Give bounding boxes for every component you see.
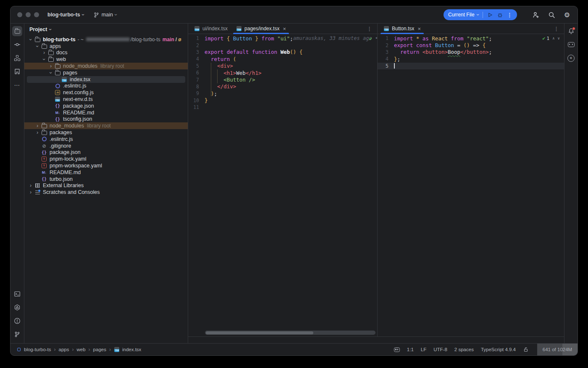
chevron-down-icon[interactable]: ›	[48, 70, 53, 76]
breadcrumb-item[interactable]: blog-turbo-ts	[16, 347, 51, 353]
line-number[interactable]: 1	[188, 35, 199, 41]
chevron-right-icon[interactable]: ›	[34, 123, 40, 128]
breadcrumb-item[interactable]: web	[77, 347, 86, 352]
tree-item[interactable]: pnpm-lock.yaml	[24, 156, 188, 162]
code-line[interactable]: 6 <h1>Web</h1>	[188, 69, 377, 76]
project-tool-button[interactable]	[12, 26, 22, 36]
window-zoom-button[interactable]	[34, 12, 39, 17]
notifications-button[interactable]	[566, 26, 576, 36]
tree-item[interactable]: {}tsconfig.json	[24, 116, 188, 123]
tree-item[interactable]: pnpm-workspace.yaml	[24, 162, 188, 169]
structure-tool-button[interactable]	[12, 53, 22, 63]
line-number[interactable]: 8	[188, 84, 199, 90]
code-line[interactable]: 5 <div>	[188, 63, 377, 69]
tree-item[interactable]: ›node_moduleslibrary root	[24, 63, 188, 69]
window-minimize-button[interactable]	[26, 12, 31, 17]
line-number[interactable]: 4	[188, 56, 199, 62]
settings-gear-icon[interactable]: ⚙	[564, 11, 570, 19]
status-item[interactable]: TypeScript 4.9.4	[481, 347, 516, 352]
project-selector[interactable]: blog-turbo-ts	[47, 12, 84, 18]
more-tool-windows-button[interactable]: ⋯	[12, 80, 22, 90]
ai-assistant-button[interactable]	[566, 40, 576, 50]
tree-item[interactable]: ›blog-turbo-ts- ~/blog-turbo-tsmain/ø	[24, 36, 188, 43]
line-number[interactable]: 2	[188, 42, 199, 48]
problems-tool-button[interactable]	[12, 316, 22, 326]
version-control-tool-button[interactable]	[12, 329, 22, 339]
tree-item[interactable]: {}turbo.json	[24, 176, 188, 183]
status-item[interactable]: LF	[421, 347, 426, 352]
plugin-button[interactable]: ×	[566, 53, 576, 63]
tree-item[interactable]: ›web	[24, 56, 188, 63]
line-number[interactable]: 10	[188, 98, 199, 103]
tree-item[interactable]: ›pages	[24, 69, 188, 76]
code-line[interactable]: 1import * as React from "react";	[378, 35, 564, 42]
run-button[interactable]	[487, 12, 493, 18]
tree-item[interactable]: next.config.js	[24, 89, 188, 96]
run-configuration-selector[interactable]: Current File	[448, 12, 479, 18]
line-number[interactable]: 3	[378, 49, 388, 55]
line-number[interactable]: 3	[188, 49, 199, 55]
code-line[interactable]: 7 <Button />	[188, 76, 377, 83]
code-line[interactable]: 3export default function Web() {	[188, 49, 377, 56]
code-editor-right[interactable]: ✔ 1 ∧ ∨ 1import * as React from "react";…	[378, 34, 564, 336]
line-number[interactable]: 9	[188, 90, 199, 96]
chevron-right-icon[interactable]: ›	[28, 183, 34, 188]
code-line[interactable]: 1import { Button } from "ui";amurauskas,…	[188, 35, 377, 42]
chevron-down-icon[interactable]: ›	[35, 43, 40, 49]
tree-item[interactable]: {}package.json	[24, 103, 188, 109]
unlock-icon[interactable]	[523, 347, 529, 352]
line-number[interactable]: 11	[188, 104, 199, 110]
services-tool-button[interactable]	[12, 302, 22, 312]
line-number[interactable]: 4	[378, 56, 388, 62]
breadcrumb-item[interactable]: index.tsx	[114, 347, 141, 353]
line-number[interactable]: 7	[188, 77, 199, 83]
tree-item[interactable]: M↓README.md	[24, 169, 188, 176]
search-icon[interactable]	[548, 11, 555, 19]
code-line[interactable]: 3 return <button>Boop</button>;	[378, 49, 564, 56]
close-tab-icon[interactable]: ×	[283, 26, 286, 32]
debug-button[interactable]	[497, 12, 503, 18]
tree-item[interactable]: ›node_moduleslibrary root	[24, 122, 188, 129]
chevron-right-icon[interactable]: ›	[28, 190, 34, 195]
tree-item[interactable]: {}package.json	[24, 149, 188, 156]
scrollbar-thumb[interactable]	[206, 331, 313, 334]
code-line[interactable]: 5	[378, 63, 564, 69]
tree-item[interactable]: .eslintrc.js	[24, 83, 188, 90]
status-item[interactable]: 2 spaces	[454, 347, 474, 352]
more-run-options-button[interactable]: ⋮	[507, 12, 512, 18]
tree-item[interactable]: ›Scratches and Consoles	[24, 189, 188, 196]
prev-problem-icon[interactable]: ∧	[552, 36, 554, 40]
code-line[interactable]: 9 );	[188, 90, 377, 97]
code-line[interactable]: 2export const Button = () => {	[378, 42, 564, 48]
breadcrumb-item[interactable]: pages	[93, 347, 106, 352]
editor-tab[interactable]: pages/index.tsx×	[232, 24, 290, 34]
project-panel-header[interactable]: Project	[24, 24, 188, 35]
breadcrumb-item[interactable]: apps	[59, 347, 69, 352]
branch-selector[interactable]: main	[93, 12, 117, 18]
line-number[interactable]: 2	[378, 42, 388, 48]
add-user-icon[interactable]	[532, 11, 539, 19]
code-line[interactable]: 11	[188, 104, 377, 111]
tree-item[interactable]: M↓README.md	[24, 109, 188, 116]
chevron-right-icon[interactable]: ›	[48, 64, 54, 69]
status-item[interactable]: UTF-8	[433, 347, 447, 352]
tree-item[interactable]: next-env.d.ts	[24, 96, 188, 103]
chevron-down-icon[interactable]: ›	[42, 56, 47, 62]
terminal-tool-button[interactable]	[12, 289, 22, 299]
code-line[interactable]: 2	[188, 42, 377, 48]
bookmarks-tool-button[interactable]	[12, 66, 22, 77]
tree-item[interactable]: index.tsx	[24, 76, 188, 83]
line-number[interactable]: 5	[188, 63, 199, 69]
code-line[interactable]: 4};	[378, 56, 564, 62]
chevron-down-icon[interactable]: ›	[28, 37, 33, 42]
code-line[interactable]: 4 return (	[188, 56, 377, 62]
line-number[interactable]: 6	[188, 70, 199, 76]
tree-item[interactable]: ›packages	[24, 129, 188, 136]
code-editor-left[interactable]: ✔ 1import { Button } from "ui";amurauska…	[188, 34, 377, 336]
editor-tab[interactable]: Button.tsx×	[379, 24, 425, 34]
inspections-ok-icon[interactable]: ✔	[369, 36, 372, 42]
horizontal-scrollbar[interactable]	[205, 331, 375, 335]
editor-tab[interactable]: ui/index.tsx	[190, 24, 232, 34]
commit-tool-button[interactable]	[12, 40, 22, 50]
close-tab-icon[interactable]: ×	[417, 26, 421, 32]
